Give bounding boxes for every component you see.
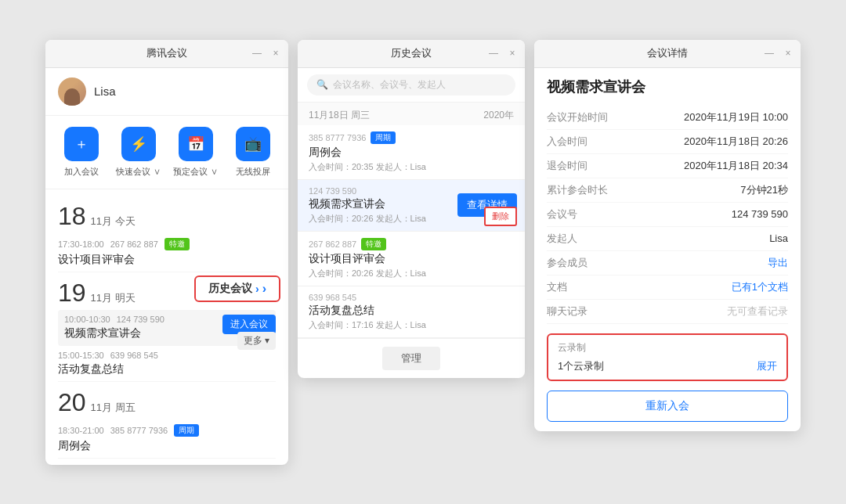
day-18-num: 18 [58,203,86,229]
expand-button[interactable]: 展开 [757,359,777,373]
quick-meeting-btn[interactable]: ⚡ 快速会议 ∨ [112,127,164,178]
history-arrow-icon: › [255,283,259,295]
window2-title: 历史会议 [391,46,432,60]
meeting-name-4: 周例会 [58,439,91,452]
schedule-meeting-btn[interactable]: 📅 预定会议 ∨ [169,127,222,178]
detail-value-starttime: 2020年11月19日 10:00 [684,110,788,124]
meeting-id-4: 385 8777 7936 [110,426,168,435]
day-19-num: 19 [58,280,86,305]
manage-button[interactable]: 管理 [382,347,440,370]
history-item-activity[interactable]: 639 968 545 活动复盘总结 入会时间：17:16 发起人：Lisa [298,286,525,338]
detail-row-organizer: 发起人 Lisa [547,227,788,251]
window2-controls: — × [487,48,519,59]
search-placeholder: 会议名称、会议号、发起人 [333,78,446,92]
meeting-id-3: 639 968 545 [110,351,158,360]
window2-close[interactable]: × [506,48,519,59]
cloud-recording-section: 云录制 1个云录制 展开 [547,333,788,381]
history-meeting-btn[interactable]: 历史会议 › [194,275,280,302]
meeting-item-activity: 15:00-15:30 639 968 545 活动复盘总结 [58,346,276,382]
detail-label-meetingid: 会议号 [547,207,609,221]
meeting-item-weekly: 18:30-21:00 385 8777 7936 周期 周例会 [58,419,276,459]
window3-close[interactable]: × [782,48,794,59]
detail-row-leavetime: 退会时间 2020年11月18日 20:34 [547,154,788,178]
detail-label-organizer: 发起人 [547,232,609,246]
meeting-time-row-3: 15:00-15:30 639 968 545 [58,351,276,360]
weekly-badge-h: 周期 [371,131,396,144]
meeting-time-row-4: 18:30-21:00 385 8777 7936 周期 [58,424,276,437]
meeting-id: 267 862 887 [110,239,158,249]
detail-row-members: 参会成员 导出 [547,251,788,275]
history-meeting-window: 历史会议 — × 🔍 会议名称、会议号、发起人 11月18日 周三 2020年 … [298,40,525,378]
window1-minimize[interactable]: — [251,48,263,59]
special-badge-h: 特邀 [361,238,386,250]
schedule-label: 预定会议 ∨ [173,166,217,178]
detail-label-starttime: 会议开始时间 [547,110,609,124]
schedule-icon: 📅 [179,127,213,161]
history-item-id-1: 385 8777 7936 周期 [309,131,514,144]
wireless-btn[interactable]: 📺 无线投屏 [226,127,279,178]
wireless-label: 无线投屏 [236,166,270,178]
window1-titlebar: 腾讯会议 — × [45,40,288,68]
wireless-icon: 📺 [236,127,270,161]
meeting-item: 17:30-18:00 267 862 887 特邀 设计项目评审会 [58,233,276,272]
history-item-id-4: 639 968 545 [309,293,514,302]
join-meeting-btn[interactable]: ＋ 加入会议 [55,127,107,178]
meeting-id-2: 124 739 590 [117,315,164,324]
window3-controls: — × [763,48,794,59]
delete-button[interactable]: 删除 [484,207,517,226]
meeting-time-2: 10:00-10:30 [64,315,110,324]
window1-close[interactable]: × [269,48,282,59]
tencent-meeting-window: 腾讯会议 — × Lisa ＋ 加入会议 ⚡ 快速会议 ∨ 📅 预定会 [45,40,288,465]
username: Lisa [94,85,116,98]
date-divider: 11月18日 周三 2020年 [298,103,525,125]
detail-value-docs[interactable]: 已有1个文档 [732,280,788,294]
rejoin-button[interactable]: 重新入会 [547,391,788,422]
history-item-design[interactable]: 267 862 887 特邀 设计项目评审会 入会时间：20:26 发起人：Li… [298,232,525,286]
meeting-name-3: 活动复盘总结 [58,362,124,375]
detail-value-duration: 7分钟21秒 [740,183,788,197]
history-item-weekly[interactable]: 385 8777 7936 周期 周例会 入会时间：20:35 发起人：Lisa [298,125,525,180]
day-18-header: 18 11月 今天 [58,196,276,233]
day-19-info: 11月 明天 [91,291,136,305]
search-input-wrap[interactable]: 🔍 会议名称、会议号、发起人 [307,74,515,95]
history-btn-label: 历史会议 [208,282,252,296]
window2-minimize[interactable]: — [487,48,500,59]
detail-value-jointime: 2020年11月18日 20:26 [684,135,788,149]
window2-titlebar: 历史会议 — × [298,40,525,68]
join-icon: ＋ [64,127,99,161]
day-18-info: 11月 今天 [91,214,136,229]
meeting-detail-window: 会议详情 — × 视频需求宣讲会 会议开始时间 2020年11月19日 10:0… [534,40,801,431]
join-meeting-button[interactable]: 进入会议 [222,315,276,334]
detail-value-meetingid: 124 739 590 [732,208,788,220]
detail-value-members[interactable]: 导出 [768,256,788,270]
detail-value-organizer: Lisa [769,232,788,244]
detail-label-members: 参会成员 [547,256,609,270]
history-item-video[interactable]: 124 739 590 视频需求宣讲会 入会时间：20:26 发起人：Lisa … [298,180,525,232]
cloud-count-row: 1个云录制 展开 [558,359,777,373]
day-20-header: 20 11月 周五 [58,382,276,419]
history-item-meta-1: 入会时间：20:35 发起人：Lisa [309,161,514,173]
cloud-count: 1个云录制 [558,359,604,373]
meeting-time: 17:30-18:00 [58,239,104,249]
join-label: 加入会议 [64,166,99,178]
search-bar: 🔍 会议名称、会议号、发起人 [298,68,525,103]
cloud-label: 云录制 [558,341,777,355]
window3-titlebar: 会议详情 — × [534,40,801,68]
history-item-meta-4: 入会时间：17:16 发起人：Lisa [309,319,514,331]
avatar-image [58,77,86,106]
meeting-name: 设计项目评审会 [58,253,135,265]
detail-value-leavetime: 2020年11月18日 20:34 [684,159,788,173]
detail-label-docs: 文档 [547,280,609,294]
window3-minimize[interactable]: — [763,48,776,59]
detail-row-duration: 累计参会时长 7分钟21秒 [547,178,788,203]
avatar [58,77,86,106]
history-item-id-3: 267 862 887 特邀 [309,238,514,250]
detail-label-leavetime: 退会时间 [547,159,609,173]
window1-controls: — × [251,48,282,59]
meeting-time-3: 15:00-15:30 [58,351,104,360]
detail-meeting-title: 视频需求宣讲会 [534,68,801,103]
detail-label-duration: 累计参会时长 [547,183,609,197]
detail-label-jointime: 入会时间 [547,135,609,149]
history-item-name-1: 周例会 [309,146,514,160]
user-header: Lisa [45,68,288,116]
